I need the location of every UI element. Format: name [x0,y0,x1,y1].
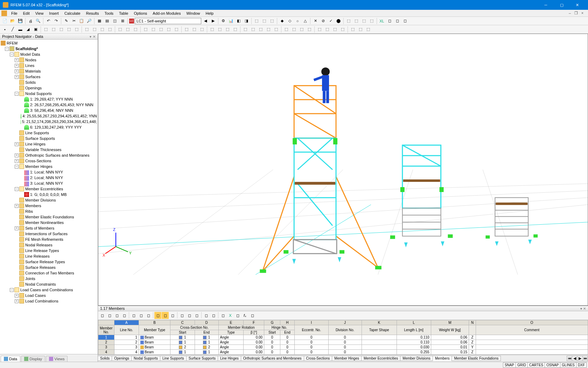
tool-icon[interactable]: ◫ [111,18,118,25]
tool-icon[interactable]: ⬚ [183,26,190,33]
tool-icon[interactable]: ⬚ [224,26,231,33]
tree-node[interactable]: Nodal Constraints [0,281,98,287]
tree-node[interactable]: 1: G; 0,0,0; 0,0,0; MB [0,192,98,197]
tree-node[interactable]: +Materials [0,68,98,74]
tree-node[interactable]: Line Release Types [0,248,98,253]
table-tab[interactable]: Member Hinges [332,356,362,361]
table-nav-icon[interactable]: ⏮ [567,356,572,361]
tree-node[interactable]: Solids [0,80,98,85]
line-icon[interactable]: ╱ [9,26,16,33]
tool-icon[interactable]: ⬚ [106,26,113,33]
nav-tab-views[interactable]: Views [46,356,68,362]
status-grid[interactable]: GRID [516,362,528,368]
menu-edit[interactable]: Edit [20,11,33,16]
tool-icon[interactable]: ⬚ [357,26,364,33]
table-tab[interactable]: Members [433,356,452,361]
tool-icon[interactable]: ⬚ [253,18,260,25]
tool-icon[interactable]: ⬚ [290,26,298,33]
tool-icon[interactable]: ✓ [327,18,334,25]
table-nav-icon[interactable]: ▶ [577,356,583,361]
tree-node[interactable]: Line Supports [0,130,98,136]
tool-icon[interactable]: ⬚ [353,18,360,25]
tool-icon[interactable]: ⬚ [250,26,257,33]
tool-icon[interactable]: ◻ [401,18,408,25]
excel-icon[interactable]: X [227,312,234,319]
print-preview-icon[interactable]: 🔍 [35,18,42,25]
tool-icon[interactable]: ⬚ [83,26,90,33]
tool-icon[interactable]: ◢ [24,26,31,33]
tool-icon[interactable]: ◇ [286,18,293,25]
print-icon[interactable]: 🖨 [27,18,34,25]
tool-icon[interactable]: ◨ [243,18,250,25]
tree-node[interactable]: Intersections of Surfaces [0,231,98,237]
status-osnap[interactable]: OSNAP [545,362,560,368]
tool-icon[interactable]: 🔎 [86,18,93,25]
tool-icon[interactable]: ⬤ [335,18,342,25]
menu-help[interactable]: Help [203,11,217,16]
tool-icon[interactable]: ⬚ [273,26,280,33]
table-row[interactable]: 44Beam 1 1Angle0.0000000.2550.15Z [98,350,588,355]
tool-icon[interactable]: ⬚ [345,18,352,25]
tool-icon[interactable]: ◻ [106,312,113,319]
table-tab[interactable]: Openings [112,356,132,361]
tree-node[interactable]: Ribs [0,209,98,214]
tool-icon[interactable]: ⬚ [65,26,72,33]
close-button[interactable]: ✕ [569,0,585,10]
tool-icon[interactable]: ▤ [104,18,111,25]
table-nav-icon[interactable]: ◀ [572,356,578,361]
table-tab[interactable]: Line Supports [160,356,187,361]
tool-icon[interactable]: ⬚ [173,26,180,33]
tool-icon[interactable]: ⬚ [209,26,216,33]
tool-icon[interactable]: ◻ [193,312,200,319]
pin-icon[interactable]: ▾ [90,35,91,39]
tool-icon[interactable]: ◻ [210,312,217,319]
nav-tab-data[interactable]: Data [1,356,20,362]
menu-calculate[interactable]: Calculate [62,11,83,16]
tool-icon[interactable]: ⬚ [257,26,264,33]
tool-icon[interactable]: ⬚ [339,26,346,33]
tool-icon[interactable]: ◻ [121,312,128,319]
tool-icon[interactable]: ⬚ [283,26,290,33]
tool-icon[interactable]: ◻ [219,312,226,319]
tree-node[interactable]: 6: 129,130,247,249; YYY YYY [0,124,98,130]
table-tab[interactable]: Orthotropic Surfaces and Membranes [241,356,304,361]
tool-icon[interactable]: ⬚ [316,26,323,33]
model-viewport[interactable]: Z X Y [98,34,588,306]
tree-node[interactable]: −Member Hinges [0,164,98,169]
tool-icon[interactable]: ◻ [249,312,256,319]
tool-icon[interactable]: ◻ [394,18,401,25]
tool-icon[interactable]: XL [378,18,385,25]
undo-icon[interactable]: ↶ [45,18,52,25]
tree-node[interactable]: 2: Local; NNN NYY [0,175,98,180]
menu-window[interactable]: Window [183,11,203,16]
tree-node[interactable]: +Surfaces [0,74,98,80]
table-tab[interactable]: Line Hinges [218,356,241,361]
tool-icon[interactable]: ◻ [113,312,120,319]
tool-icon[interactable]: ⬚ [365,26,372,33]
tree-node[interactable]: FE Mesh Refinements [0,237,98,242]
tree-node[interactable]: Member Divisions [0,197,98,203]
table-row[interactable]: 22Beam 1 1Angle0.0000000.1100.06Z [98,340,588,345]
tool-icon[interactable]: ◻ [138,312,145,319]
minimize-button[interactable]: ─ [538,0,554,10]
tree-node[interactable]: +Lines [0,63,98,68]
menu-file[interactable]: File [8,11,20,16]
tool-icon[interactable]: ⬚ [324,26,331,33]
tree-node[interactable]: 3: 58,296,454; NNY NNN [0,108,98,113]
menu-view[interactable]: View [33,11,47,16]
tool-icon[interactable]: ◻ [162,312,169,319]
menu-options[interactable]: Options [131,11,150,16]
table-tab[interactable]: Surface Supports [186,356,218,361]
loadcase-selector[interactable]: LC1 - Self-weight [135,18,201,24]
tree-node[interactable]: 1: Local; NNN NYY [0,169,98,175]
fx-icon[interactable]: fₓ [241,312,248,319]
tool-icon[interactable]: ⬚ [268,18,275,25]
tree-node[interactable]: Connection of Two Members [0,270,98,276]
tree-node[interactable]: 1: 29,269,427; YYY NNN [0,96,98,102]
table-tab[interactable]: Member Divisions [400,356,433,361]
tool-icon[interactable]: ⬚ [73,26,80,33]
tool-icon[interactable]: ⬚ [331,26,338,33]
tool-icon[interactable]: ⬚ [298,26,305,33]
tool-icon[interactable]: ⬚ [165,26,172,33]
menu-results[interactable]: Results [83,11,102,16]
